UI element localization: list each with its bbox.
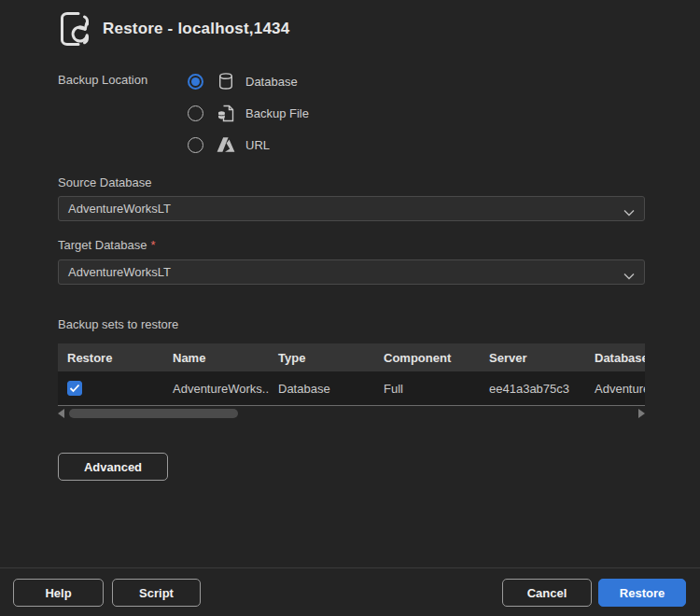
scroll-left-icon[interactable] (58, 409, 64, 418)
radio-backup-file[interactable] (188, 105, 203, 121)
chevron-down-icon (623, 205, 635, 219)
cell-type: Database (269, 382, 374, 396)
restore-checkbox[interactable] (67, 381, 82, 396)
radio-label-database: Database (245, 75, 298, 89)
chevron-down-icon (623, 269, 635, 283)
footer-divider (0, 567, 700, 568)
source-database-select[interactable]: AdventureWorksLT (58, 196, 645, 221)
radio-url[interactable] (188, 137, 203, 153)
radio-label-url: URL (245, 138, 270, 152)
azure-url-icon (216, 135, 236, 154)
scrollbar-thumb[interactable] (69, 409, 238, 418)
radio-database[interactable] (188, 74, 203, 90)
target-database-label-text: Target Database (58, 238, 147, 252)
radio-option-url[interactable]: URL (188, 134, 270, 155)
source-database-value: AdventureWorksLT (68, 202, 171, 216)
col-header-component[interactable]: Component (374, 351, 480, 365)
script-button[interactable]: Script (112, 579, 201, 607)
advanced-button[interactable]: Advanced (58, 453, 168, 481)
source-database-label: Source Database (58, 175, 151, 189)
cancel-button[interactable]: Cancel (502, 579, 592, 607)
help-button[interactable]: Help (13, 579, 104, 607)
target-database-value: AdventureWorksLT (68, 265, 171, 279)
database-icon (216, 72, 236, 91)
radio-label-backup-file: Backup File (245, 106, 309, 120)
col-header-database[interactable]: Database (585, 351, 645, 365)
col-header-restore[interactable]: Restore (58, 351, 163, 365)
cell-component: Full (374, 382, 480, 396)
backup-sets-table: Restore Name Type Component Server Datab… (58, 343, 645, 406)
col-header-name[interactable]: Name (163, 351, 269, 365)
target-database-label: Target Database* (58, 238, 155, 252)
radio-option-database[interactable]: Database (188, 71, 298, 91)
col-header-type[interactable]: Type (269, 351, 374, 365)
page-title: Restore - localhost,1434 (103, 20, 289, 38)
backup-file-icon (216, 104, 236, 123)
cell-database: AdventureWorksLT (585, 382, 645, 396)
table-row[interactable]: AdventureWorks... Database Full ee41a3ab… (58, 371, 645, 405)
backup-location-label: Backup Location (58, 73, 147, 87)
restore-database-icon (53, 7, 96, 50)
checkmark-icon (69, 384, 80, 393)
scroll-right-icon[interactable] (638, 409, 645, 418)
table-header-row: Restore Name Type Component Server Datab… (58, 343, 645, 371)
restore-button[interactable]: Restore (598, 579, 686, 607)
required-marker: * (150, 238, 155, 252)
target-database-select[interactable]: AdventureWorksLT (58, 259, 645, 285)
backup-sets-label: Backup sets to restore (58, 317, 178, 331)
horizontal-scrollbar[interactable] (58, 408, 645, 419)
col-header-server[interactable]: Server (480, 351, 585, 365)
cell-server: ee41a3ab75c3 (480, 382, 585, 396)
cell-name: AdventureWorks... (163, 382, 269, 396)
radio-option-backup-file[interactable]: Backup File (188, 103, 309, 123)
